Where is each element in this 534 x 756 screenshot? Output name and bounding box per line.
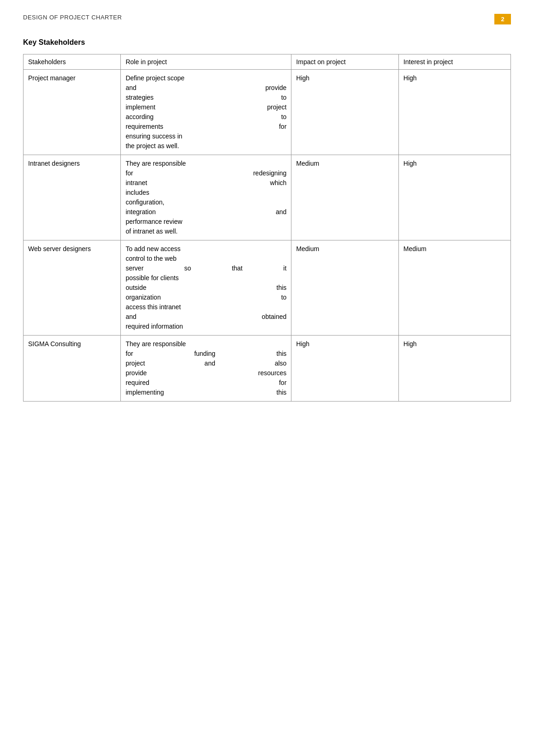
impact-project-manager: High xyxy=(291,70,399,155)
page-header: DESIGN OF PROJECT CHARTER 2 xyxy=(23,14,511,24)
table-row: SIGMA Consulting They are responsible fo… xyxy=(24,336,511,402)
table-row: Intranet designers They are responsible … xyxy=(24,155,511,240)
col-header-stakeholders: Stakeholders xyxy=(24,54,121,70)
interest-web-server-designers: Medium xyxy=(398,240,510,336)
document-title: DESIGN OF PROJECT CHARTER xyxy=(23,14,122,21)
table-row: Web server designers To add new access c… xyxy=(24,240,511,336)
stakeholder-name-web-server-designers: Web server designers xyxy=(24,240,121,336)
table-row: Project manager Define project scope and… xyxy=(24,70,511,155)
role-project-manager: Define project scope andprovide strategi… xyxy=(121,70,291,155)
interest-intranet-designers: High xyxy=(398,155,510,240)
col-header-interest: Interest in project xyxy=(398,54,510,70)
section-title: Key Stakeholders xyxy=(23,38,511,47)
role-intranet-designers: They are responsible forredesigning intr… xyxy=(121,155,291,240)
role-web-server-designers: To add new access control to the web ser… xyxy=(121,240,291,336)
col-header-impact: Impact on project xyxy=(291,54,399,70)
stakeholder-name-intranet-designers: Intranet designers xyxy=(24,155,121,240)
impact-web-server-designers: Medium xyxy=(291,240,399,336)
interest-project-manager: High xyxy=(398,70,510,155)
impact-sigma: High xyxy=(291,336,399,402)
stakeholders-table: Stakeholders Role in project Impact on p… xyxy=(23,54,511,402)
table-header-row: Stakeholders Role in project Impact on p… xyxy=(24,54,511,70)
impact-intranet-designers: Medium xyxy=(291,155,399,240)
role-sigma: They are responsible forfundingthis proj… xyxy=(121,336,291,402)
col-header-role: Role in project xyxy=(121,54,291,70)
page-number: 2 xyxy=(494,14,511,24)
stakeholder-name-sigma: SIGMA Consulting xyxy=(24,336,121,402)
interest-sigma: High xyxy=(398,336,510,402)
stakeholder-name-project-manager: Project manager xyxy=(24,70,121,155)
